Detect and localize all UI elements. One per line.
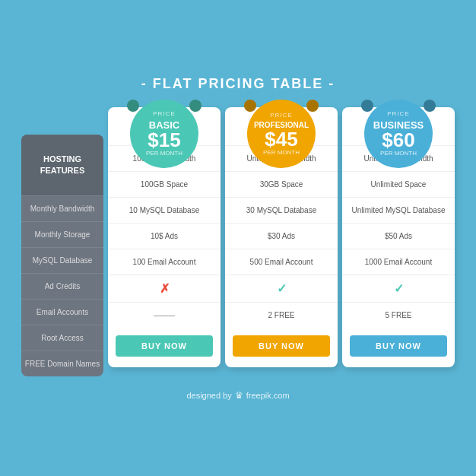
biz-ads: $50 Ads [342,223,455,249]
basic-root: ✗ [108,274,221,302]
pro-storage: 30GB Space [225,171,338,197]
features-column: HOSTING FEATURES Monthly Bandwidth Month… [21,135,103,376]
feature-mysql-database: MySQL Database [21,247,103,273]
basic-mysql: 10 MySQL Database [108,197,221,223]
features-header: HOSTING FEATURES [21,135,103,195]
badge-business: PRICE BUSINESS $60 PER MONTH [364,100,433,168]
cross-icon: ✗ [160,281,170,296]
feature-email-accounts: Email Accounts [21,299,103,325]
plan-basic: PRICE BASIC $15 PER MONTH 100 Mb Bandwid… [108,107,221,367]
biz-domain: 5 FREE [342,302,455,328]
feature-free-domain: FREE Domain Names [21,351,103,376]
basic-features: 100 Mb Bandwidth 100GB Space 10 MySQL Da… [108,145,221,328]
basic-ads: 10$ Ads [108,223,221,249]
plan-professional: PRICE PROFESIONAL $45 PER MONTH Unlimite… [225,107,338,367]
biz-root: ✓ [342,274,455,302]
pro-email: 500 Email Account [225,249,338,274]
basic-storage: 100GB Space [108,171,221,197]
pro-mysql: 30 MySQL Database [225,197,338,223]
badge-basic: PRICE BASIC $15 PER MONTH [130,100,198,168]
basic-domain: —— [108,302,221,328]
feature-ad-credits: Ad Credits [21,273,103,299]
feature-root-access: Root Access [21,325,103,351]
biz-mysql: Unlimited MySQL Database [342,197,455,223]
check-icon-biz: ✓ [394,281,404,296]
buy-professional-button[interactable]: BUY NOW [233,335,330,357]
professional-features: Unlimited Bandwidth 30GB Space 30 MySQL … [225,145,338,328]
pricing-table: HOSTING FEATURES Monthly Bandwidth Month… [21,107,455,376]
crown-icon: ♛ [235,390,243,401]
feature-monthly-storage: Monthly Storage [21,221,103,247]
pro-domain: 2 FREE [225,302,338,328]
footer-credit: designed by ♛ freepik.com [186,390,289,401]
dash-icon: —— [154,309,175,321]
basic-email: 100 Email Account [108,249,221,274]
pro-root: ✓ [225,274,338,302]
buy-basic-button[interactable]: BUY NOW [116,335,213,357]
check-icon: ✓ [277,281,287,296]
pro-ads: $30 Ads [225,223,338,249]
buy-business-button[interactable]: BUY NOW [350,335,447,357]
page-title: - FLAT PRICING TABLE - [141,76,335,92]
feature-monthly-bandwidth: Monthly Bandwidth [21,195,103,221]
biz-storage: Unlimited Space [342,171,455,197]
badge-professional: PRICE PROFESIONAL $45 PER MONTH [247,100,316,168]
plan-business: PRICE BUSINESS $60 PER MONTH Unlimited B… [342,107,455,367]
biz-email: 1000 Email Account [342,249,455,274]
business-features: Unlimited Bandwidth Unlimited Space Unli… [342,145,455,328]
